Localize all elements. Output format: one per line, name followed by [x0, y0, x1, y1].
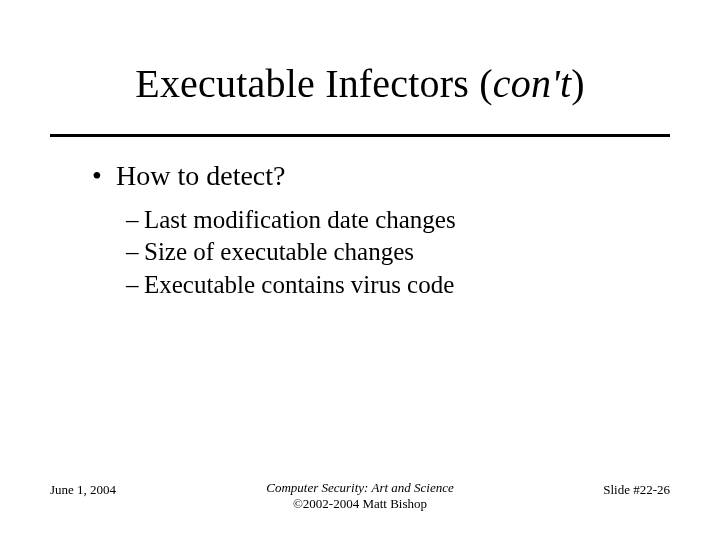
- slide-body: How to detect? Last modification date ch…: [92, 158, 660, 301]
- sub-bullet-group: Last modification date changes Size of e…: [126, 204, 660, 302]
- title-italic: con't: [493, 61, 571, 106]
- slide-title: Executable Infectors (con't): [0, 60, 720, 107]
- slide: Executable Infectors (con't) How to dete…: [0, 0, 720, 540]
- footer-center: Computer Security: Art and Science ©2002…: [50, 480, 670, 513]
- sub-bullet-text: Last modification date changes: [144, 206, 456, 233]
- bullet1-text: How to detect?: [116, 160, 286, 191]
- sub-bullet-text: Size of executable changes: [144, 238, 414, 265]
- title-main: Executable Infectors (: [135, 61, 493, 106]
- footer-copyright: ©2002-2004 Matt Bishop: [293, 496, 427, 511]
- sub-bullet: Executable contains virus code: [126, 269, 660, 302]
- sub-bullet: Size of executable changes: [126, 236, 660, 269]
- sub-bullet-text: Executable contains virus code: [144, 271, 454, 298]
- title-rule: [50, 134, 670, 137]
- footer-book-title: Computer Security: Art and Science: [266, 480, 454, 495]
- slide-footer: June 1, 2004 Computer Security: Art and …: [50, 472, 670, 512]
- footer-slide-number: Slide #22-26: [603, 482, 670, 498]
- sub-bullet: Last modification date changes: [126, 204, 660, 237]
- bullet-level1: How to detect?: [92, 158, 660, 194]
- title-tail: ): [571, 61, 585, 106]
